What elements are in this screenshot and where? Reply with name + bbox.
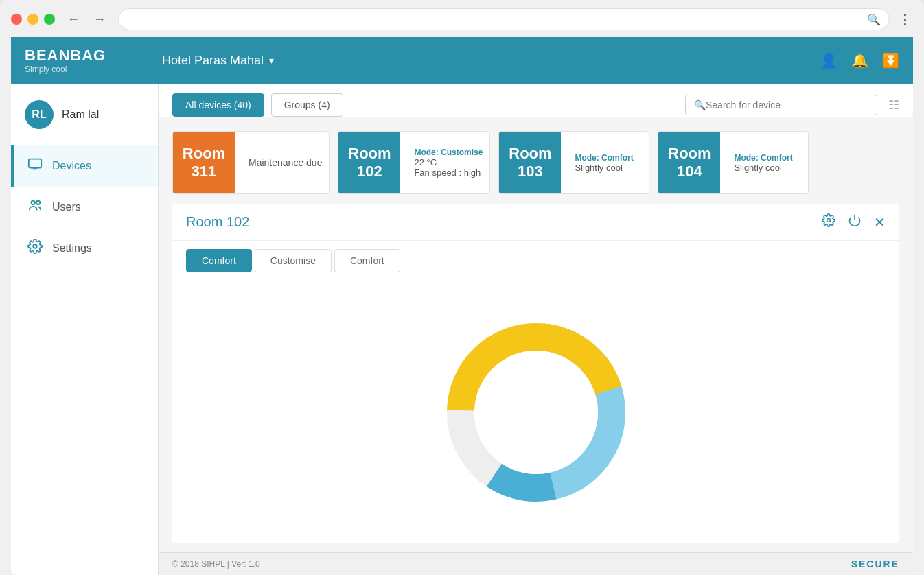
- avatar: RL: [25, 100, 54, 129]
- top-nav-icons: 👤 🔔 ⏬: [820, 52, 899, 69]
- card-info-311: Maintenance due: [242, 152, 329, 174]
- sidebar-label-devices: Devices: [52, 160, 91, 172]
- fan-102: Fan speed : high: [414, 167, 483, 178]
- hotel-selector[interactable]: Hotel Paras Mahal ▾: [162, 54, 274, 68]
- logo-text: BEANBAG: [25, 47, 162, 64]
- close-button[interactable]: [11, 14, 22, 25]
- users-icon: [27, 198, 43, 217]
- donut-chart: [433, 309, 639, 515]
- tab-groups[interactable]: Groups (4): [271, 93, 343, 117]
- device-card-room103[interactable]: Room103 Mode: Comfort Slightly cool: [498, 131, 649, 194]
- power-icon[interactable]: [848, 213, 862, 231]
- sidebar-item-users[interactable]: Users: [11, 187, 158, 228]
- svg-point-3: [33, 244, 37, 248]
- user-name: Ram lal: [62, 108, 99, 121]
- mode-label-104: Mode: Comfort: [734, 153, 792, 163]
- devices-bar: All devices (40) Groups (4) 🔍 ☷: [159, 84, 913, 117]
- room-number-104: Room104: [658, 132, 720, 193]
- card-info-102: Mode: Customise 22 °C Fan speed : high: [407, 142, 489, 183]
- close-icon[interactable]: ✕: [874, 214, 886, 231]
- room-number-311: Room311: [173, 132, 235, 193]
- settings-icon: [27, 239, 43, 258]
- detail-103: Slightly cool: [575, 163, 633, 173]
- card-info-104: Mode: Comfort Slightly cool: [727, 148, 799, 178]
- user-section: RL Ram lal: [11, 91, 158, 139]
- forward-button[interactable]: →: [89, 9, 110, 30]
- search-icon: 🔍: [694, 99, 706, 110]
- hotel-chevron-icon: ▾: [269, 55, 274, 66]
- svg-point-10: [474, 351, 598, 474]
- sidebar-label-settings: Settings: [52, 242, 92, 255]
- mode-tab-comfort2[interactable]: Comfort: [334, 249, 400, 272]
- sidebar-item-settings[interactable]: Settings: [11, 228, 158, 269]
- mode-tab-comfort1[interactable]: Comfort: [186, 249, 252, 272]
- device-card-room102[interactable]: Room102 Mode: Customise 22 °C Fan speed …: [338, 131, 490, 194]
- browser-menu-icon[interactable]: ⋮: [898, 11, 913, 27]
- sidebar-item-devices[interactable]: Devices: [11, 145, 158, 187]
- minimize-button[interactable]: [27, 14, 38, 25]
- room-detail-title: Room 102: [186, 214, 249, 230]
- room-detail-actions: ✕: [822, 213, 886, 231]
- room-number-103: Room103: [499, 132, 561, 193]
- content-area: All devices (40) Groups (4) 🔍 ☷ Room31: [159, 84, 913, 575]
- devices-icon: [27, 156, 43, 176]
- device-cards-row: Room311 Maintenance due Room102 Mode: Cu…: [159, 117, 913, 194]
- room-detail-header: Room 102 ✕: [172, 204, 899, 241]
- footer-copyright: © 2018 SIHPL | Ver: 1.0: [172, 559, 260, 569]
- mode-label-102: Mode: Customise: [414, 148, 483, 157]
- logo-sub: Simply cool: [25, 64, 162, 74]
- gear-icon[interactable]: [822, 213, 835, 231]
- footer-brand: SECURE: [851, 559, 899, 570]
- url-bar[interactable]: 🔍: [118, 8, 890, 30]
- url-search-icon: 🔍: [867, 13, 881, 26]
- room-number-102: Room102: [338, 132, 400, 193]
- search-input[interactable]: [706, 99, 868, 110]
- device-card-room104[interactable]: Room104 Mode: Comfort Slightly cool: [658, 131, 809, 194]
- mode-label-103: Mode: Comfort: [575, 153, 633, 163]
- maximize-button[interactable]: [44, 14, 55, 25]
- mode-tabs: Comfort Customise Comfort: [172, 241, 899, 281]
- devices-search: 🔍 ☷: [685, 95, 899, 115]
- sidebar-label-users: Users: [52, 201, 81, 213]
- sidebar-nav: Devices Users Settings: [11, 145, 158, 269]
- svg-point-1: [32, 201, 36, 205]
- device-card-room311[interactable]: Room311 Maintenance due: [172, 131, 330, 194]
- room-detail-panel: Room 102 ✕ Comfort: [172, 204, 899, 543]
- detail-104: Slightly cool: [734, 163, 792, 173]
- tab-all-devices[interactable]: All devices (40): [172, 93, 264, 117]
- svg-rect-0: [29, 159, 41, 168]
- browser-nav: ← →: [63, 9, 110, 30]
- bell-icon[interactable]: 🔔: [851, 52, 868, 69]
- filter-icon[interactable]: ☷: [888, 97, 899, 113]
- hotel-name-text: Hotel Paras Mahal: [162, 54, 264, 68]
- maintenance-text: Maintenance due: [249, 157, 322, 168]
- browser-titlebar: ← → 🔍 ⋮: [11, 8, 913, 37]
- user-icon[interactable]: 👤: [820, 52, 838, 69]
- window-controls: [11, 14, 55, 25]
- search-input-wrap[interactable]: 🔍: [685, 95, 877, 115]
- chart-area: [172, 281, 899, 543]
- svg-point-4: [827, 219, 831, 222]
- footer: © 2018 SIHPL | Ver: 1.0 SECURE: [159, 552, 913, 575]
- mode-tab-customise[interactable]: Customise: [255, 249, 332, 272]
- svg-point-2: [36, 201, 41, 205]
- temp-102: 22 °C: [414, 157, 483, 167]
- logout-icon[interactable]: ⏬: [882, 52, 899, 69]
- back-button[interactable]: ←: [63, 9, 84, 30]
- card-info-103: Mode: Comfort Slightly cool: [568, 148, 640, 178]
- sidebar: RL Ram lal Devices Users: [11, 84, 159, 575]
- logo-area: BEANBAG Simply cool: [25, 47, 162, 74]
- top-nav: BEANBAG Simply cool Hotel Paras Mahal ▾ …: [11, 37, 913, 84]
